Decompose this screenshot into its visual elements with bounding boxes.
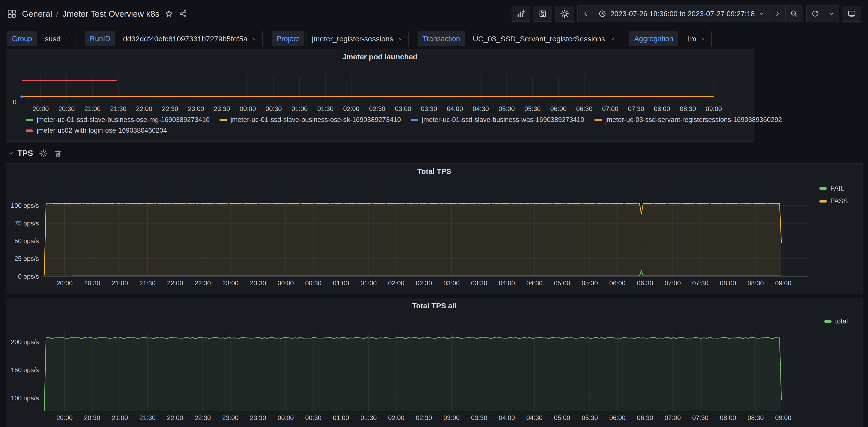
svg-text:04:30: 04:30 [526,414,542,422]
add-panel-button[interactable] [512,6,530,22]
svg-text:04:30: 04:30 [526,279,542,287]
refresh-interval-dropdown[interactable] [824,6,839,22]
legend-item[interactable]: jmeter-uc02-with-login-ose-1690380460204 [26,127,167,134]
svg-text:08:30: 08:30 [747,414,764,422]
svg-text:21:30: 21:30 [110,105,126,113]
row-delete-trash-icon[interactable] [54,149,62,157]
total-tps-all-chart-canvas[interactable]: 20:0020:3021:0021:3022:0022:3023:0023:30… [6,298,862,427]
time-range-picker[interactable]: 2023-07-26 19:36:00 to 2023-07-27 09:27:… [594,6,769,22]
variable-value-runid[interactable]: dd32ddf40efc81097331b7279b5fef5a [118,31,262,47]
svg-text:03:00: 03:00 [395,105,411,113]
legend-item[interactable]: PASS [819,197,848,205]
svg-text:08:30: 08:30 [747,279,764,287]
svg-text:07:00: 07:00 [602,105,618,113]
svg-text:01:30: 01:30 [361,414,377,422]
svg-text:22:00: 22:00 [167,414,183,422]
variable-selected-transaction: UC_03_SSD_Servant_registerSessions [473,35,605,43]
svg-text:06:30: 06:30 [637,414,653,422]
refresh-button[interactable] [807,6,824,22]
svg-text:00:30: 00:30 [305,279,321,287]
variable-transaction: Transaction UC_03_SSD_Servant_registerSe… [417,31,620,47]
zoom-out-button[interactable] [785,6,803,22]
legend-swatch [411,119,418,121]
navbar: General / Jmeter Test Overview k8s [0,0,868,27]
svg-text:03:00: 03:00 [443,279,460,287]
svg-text:05:00: 05:00 [499,105,515,113]
legend-swatch [26,119,33,121]
chevron-down-icon [7,150,14,157]
variable-value-aggregation[interactable]: 1m [681,31,712,47]
variable-label-runid: RunID [85,31,115,47]
svg-text:05:00: 05:00 [554,279,570,287]
svg-text:00:00: 00:00 [240,105,256,113]
breadcrumb-section[interactable]: General [22,9,52,19]
refresh-controls [806,5,839,22]
svg-text:03:30: 03:30 [421,105,437,113]
svg-text:100 ops/s: 100 ops/s [11,394,39,402]
svg-text:04:00: 04:00 [447,105,463,113]
svg-text:75 ops/s: 75 ops/s [14,219,39,227]
panel-jmeter-pod-launched: Jmeter pod launched 20:0020:3021:0021:30… [6,49,754,142]
legend-item[interactable]: jmeter-uc-01-ssd-slave-business-was-1690… [411,116,584,124]
variable-value-transaction[interactable]: UC_03_SSD_Servant_registerSessions [468,31,620,47]
svg-text:23:30: 23:30 [214,105,230,113]
variable-selected-runid: dd32ddf40efc81097331b7279b5fef5a [123,35,247,43]
svg-text:100 ops/s: 100 ops/s [11,202,39,209]
legend-label: FAIL [830,185,844,192]
time-shift-forward-button[interactable] [769,6,785,22]
legend-swatch [26,129,33,132]
svg-text:06:00: 06:00 [609,279,625,287]
svg-text:02:00: 02:00 [388,414,404,422]
total-tps-chart-canvas[interactable]: 20:0020:3021:0021:3022:0022:3023:0023:30… [6,163,862,293]
svg-text:05:30: 05:30 [582,279,598,287]
row-settings-gear-icon[interactable] [39,149,48,157]
svg-text:23:30: 23:30 [250,414,266,422]
svg-text:07:30: 07:30 [628,105,644,113]
chevron-down-icon [701,36,706,42]
svg-text:21:00: 21:00 [112,414,128,422]
variable-value-group[interactable]: susd [40,31,76,47]
panel-title[interactable]: Jmeter pod launched [6,53,753,61]
svg-text:23:00: 23:00 [188,105,204,113]
pod-launched-chart-canvas[interactable]: 20:0020:3021:0021:3022:0022:3023:0023:30… [6,65,753,118]
legend-item[interactable]: jmeter-uc-01-ssd-slave-business-ose-mg-1… [26,116,210,124]
svg-text:04:30: 04:30 [473,105,489,113]
svg-text:20:00: 20:00 [56,279,72,287]
share-icon[interactable] [179,9,187,18]
svg-text:00:30: 00:30 [266,105,282,113]
chevron-down-icon [398,36,403,42]
dashboard-settings-button[interactable] [555,6,574,22]
legend-label: jmeter-uc-01-ssd-slave-business-was-1690… [422,116,584,124]
svg-text:23:00: 23:00 [222,414,239,422]
chevron-down-icon [759,11,765,17]
legend-item[interactable]: total [824,317,848,325]
svg-text:20:30: 20:30 [84,414,100,422]
kiosk-mode-button[interactable] [842,6,861,22]
svg-text:00:00: 00:00 [278,279,294,287]
svg-text:00:00: 00:00 [278,414,294,422]
dashboards-grid-icon[interactable] [7,9,17,19]
variables-bar: Group susd RunID dd32ddf40efc81097331b72… [0,27,868,50]
star-icon[interactable] [165,9,173,18]
variable-value-project[interactable]: jmeter_register-sessions [307,31,408,47]
legend-item[interactable]: FAIL [819,185,844,192]
time-shift-back-button[interactable] [578,6,594,22]
svg-text:07:00: 07:00 [664,279,681,287]
variable-selected-group: susd [45,35,61,43]
legend-item[interactable]: jmeter-uc-01-ssd-slave-business-ose-sk-1… [219,116,401,124]
row-collapse-toggle[interactable]: TPS [7,149,33,158]
svg-text:20:30: 20:30 [58,105,74,113]
legend-item[interactable]: jmeter-uc-03-ssd-servant-registersession… [594,116,782,124]
breadcrumb-page: Jmeter Test Overview k8s [62,9,159,19]
save-dashboard-button[interactable] [533,6,552,22]
panel-total-tps: Total TPS 20:0020:3021:0021:3022:0022:30… [6,163,863,294]
total-tps-legend: FAIL PASS [819,185,848,205]
svg-text:01:30: 01:30 [317,105,334,113]
svg-text:23:30: 23:30 [250,279,266,287]
variable-label-project: Project [272,31,304,47]
svg-text:21:30: 21:30 [140,414,156,422]
svg-text:22:30: 22:30 [162,105,178,113]
svg-text:03:30: 03:30 [471,414,487,422]
breadcrumb: General / Jmeter Test Overview k8s [22,9,159,19]
breadcrumb-separator: / [56,9,58,19]
